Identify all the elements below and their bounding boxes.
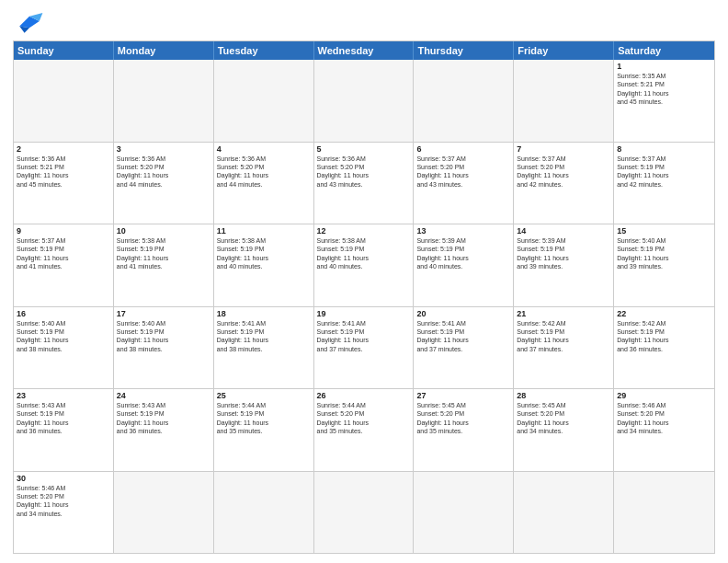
calendar-cell — [314, 472, 415, 554]
day-info: Sunrise: 5:42 AM Sunset: 5:19 PM Dayligh… — [517, 319, 610, 354]
day-info: Sunrise: 5:35 AM Sunset: 5:21 PM Dayligh… — [617, 72, 711, 107]
day-info: Sunrise: 5:37 AM Sunset: 5:19 PM Dayligh… — [17, 236, 110, 271]
day-info: Sunrise: 5:38 AM Sunset: 5:19 PM Dayligh… — [117, 236, 210, 271]
calendar-cell — [314, 60, 415, 142]
day-info: Sunrise: 5:37 AM Sunset: 5:20 PM Dayligh… — [517, 155, 610, 190]
calendar-row-5: 30Sunrise: 5:46 AM Sunset: 5:20 PM Dayli… — [14, 471, 714, 554]
day-number: 17 — [117, 309, 210, 318]
day-number: 9 — [17, 226, 110, 236]
calendar-cell: 4Sunrise: 5:36 AM Sunset: 5:20 PM Daylig… — [214, 143, 314, 224]
day-info: Sunrise: 5:43 AM Sunset: 5:19 PM Dayligh… — [117, 401, 210, 436]
calendar-cell — [114, 60, 214, 142]
weekday-header-sunday: Sunday — [14, 41, 114, 60]
day-number: 5 — [317, 144, 411, 154]
day-info: Sunrise: 5:43 AM Sunset: 5:19 PM Dayligh… — [17, 401, 110, 436]
calendar-cell: 12Sunrise: 5:38 AM Sunset: 5:19 PM Dayli… — [314, 224, 415, 306]
day-number: 24 — [117, 391, 210, 400]
calendar-cell: 19Sunrise: 5:41 AM Sunset: 5:19 PM Dayli… — [314, 307, 415, 389]
day-number: 10 — [117, 226, 210, 236]
day-info: Sunrise: 5:38 AM Sunset: 5:19 PM Dayligh… — [217, 236, 311, 271]
calendar-cell — [614, 472, 714, 554]
calendar-cell — [114, 472, 214, 554]
weekday-header-monday: Monday — [114, 41, 214, 60]
calendar-cell: 9Sunrise: 5:37 AM Sunset: 5:19 PM Daylig… — [14, 224, 114, 306]
calendar-cell — [414, 60, 514, 142]
day-info: Sunrise: 5:40 AM Sunset: 5:19 PM Dayligh… — [617, 236, 711, 271]
calendar-cell — [214, 60, 314, 142]
calendar-header: SundayMondayTuesdayWednesdayThursdayFrid… — [14, 41, 714, 60]
day-number: 14 — [517, 226, 610, 236]
calendar-cell: 2Sunrise: 5:36 AM Sunset: 5:21 PM Daylig… — [14, 143, 114, 224]
weekday-header-tuesday: Tuesday — [214, 41, 314, 60]
calendar-cell: 30Sunrise: 5:46 AM Sunset: 5:20 PM Dayli… — [14, 472, 114, 554]
calendar-cell: 3Sunrise: 5:36 AM Sunset: 5:20 PM Daylig… — [114, 143, 214, 224]
day-number: 16 — [17, 309, 110, 318]
calendar-cell: 23Sunrise: 5:43 AM Sunset: 5:19 PM Dayli… — [14, 389, 114, 471]
calendar-cell: 17Sunrise: 5:40 AM Sunset: 5:19 PM Dayli… — [114, 307, 214, 389]
weekday-header-wednesday: Wednesday — [314, 41, 415, 60]
day-number: 23 — [17, 391, 110, 400]
day-number: 19 — [317, 309, 411, 318]
day-info: Sunrise: 5:46 AM Sunset: 5:20 PM Dayligh… — [17, 484, 110, 519]
day-number: 21 — [517, 309, 610, 318]
day-number: 3 — [117, 144, 210, 154]
day-info: Sunrise: 5:40 AM Sunset: 5:19 PM Dayligh… — [17, 319, 110, 354]
day-info: Sunrise: 5:41 AM Sunset: 5:19 PM Dayligh… — [317, 319, 411, 354]
calendar: SundayMondayTuesdayWednesdayThursdayFrid… — [13, 40, 715, 554]
calendar-cell: 1Sunrise: 5:35 AM Sunset: 5:21 PM Daylig… — [614, 60, 714, 142]
day-number: 13 — [416, 226, 510, 236]
calendar-cell: 14Sunrise: 5:39 AM Sunset: 5:19 PM Dayli… — [514, 224, 614, 306]
calendar-cell: 24Sunrise: 5:43 AM Sunset: 5:19 PM Dayli… — [114, 389, 214, 471]
calendar-row-3: 16Sunrise: 5:40 AM Sunset: 5:19 PM Dayli… — [14, 306, 714, 389]
calendar-cell: 28Sunrise: 5:45 AM Sunset: 5:20 PM Dayli… — [514, 389, 614, 471]
calendar-cell: 8Sunrise: 5:37 AM Sunset: 5:19 PM Daylig… — [614, 143, 714, 224]
day-info: Sunrise: 5:44 AM Sunset: 5:20 PM Dayligh… — [317, 401, 411, 436]
calendar-cell: 25Sunrise: 5:44 AM Sunset: 5:19 PM Dayli… — [214, 389, 314, 471]
calendar-row-2: 9Sunrise: 5:37 AM Sunset: 5:19 PM Daylig… — [14, 224, 714, 306]
day-info: Sunrise: 5:41 AM Sunset: 5:19 PM Dayligh… — [217, 319, 311, 354]
day-number: 29 — [617, 391, 711, 400]
day-number: 11 — [217, 226, 311, 236]
calendar-cell: 11Sunrise: 5:38 AM Sunset: 5:19 PM Dayli… — [214, 224, 314, 306]
day-info: Sunrise: 5:39 AM Sunset: 5:19 PM Dayligh… — [517, 236, 610, 271]
header — [13, 9, 715, 35]
day-number: 4 — [217, 144, 311, 154]
day-info: Sunrise: 5:36 AM Sunset: 5:20 PM Dayligh… — [217, 155, 311, 190]
day-number: 12 — [317, 226, 411, 236]
calendar-cell: 15Sunrise: 5:40 AM Sunset: 5:19 PM Dayli… — [614, 224, 714, 306]
day-info: Sunrise: 5:44 AM Sunset: 5:19 PM Dayligh… — [217, 401, 311, 436]
day-info: Sunrise: 5:40 AM Sunset: 5:19 PM Dayligh… — [117, 319, 210, 354]
day-number: 25 — [217, 391, 311, 400]
calendar-cell: 27Sunrise: 5:45 AM Sunset: 5:20 PM Dayli… — [414, 389, 514, 471]
calendar-row-1: 2Sunrise: 5:36 AM Sunset: 5:21 PM Daylig… — [14, 142, 714, 224]
day-info: Sunrise: 5:37 AM Sunset: 5:19 PM Dayligh… — [617, 155, 711, 190]
calendar-cell: 21Sunrise: 5:42 AM Sunset: 5:19 PM Dayli… — [514, 307, 614, 389]
calendar-row-4: 23Sunrise: 5:43 AM Sunset: 5:19 PM Dayli… — [14, 388, 714, 471]
weekday-header-thursday: Thursday — [414, 41, 514, 60]
day-info: Sunrise: 5:39 AM Sunset: 5:19 PM Dayligh… — [416, 236, 510, 271]
day-number: 28 — [517, 391, 610, 400]
calendar-body: 1Sunrise: 5:35 AM Sunset: 5:21 PM Daylig… — [14, 60, 714, 553]
day-number: 22 — [617, 309, 711, 318]
day-number: 27 — [416, 391, 510, 400]
calendar-cell: 16Sunrise: 5:40 AM Sunset: 5:19 PM Dayli… — [14, 307, 114, 389]
day-number: 2 — [17, 144, 110, 154]
calendar-cell: 20Sunrise: 5:41 AM Sunset: 5:19 PM Dayli… — [414, 307, 514, 389]
day-info: Sunrise: 5:45 AM Sunset: 5:20 PM Dayligh… — [517, 401, 610, 436]
day-info: Sunrise: 5:46 AM Sunset: 5:20 PM Dayligh… — [617, 401, 711, 436]
day-info: Sunrise: 5:36 AM Sunset: 5:21 PM Dayligh… — [17, 155, 110, 190]
logo-icon — [13, 9, 46, 35]
weekday-header-saturday: Saturday — [614, 41, 714, 60]
day-number: 26 — [317, 391, 411, 400]
day-info: Sunrise: 5:42 AM Sunset: 5:19 PM Dayligh… — [617, 319, 711, 354]
calendar-row-0: 1Sunrise: 5:35 AM Sunset: 5:21 PM Daylig… — [14, 60, 714, 142]
calendar-cell: 18Sunrise: 5:41 AM Sunset: 5:19 PM Dayli… — [214, 307, 314, 389]
calendar-cell — [514, 60, 614, 142]
day-number: 7 — [517, 144, 610, 154]
calendar-cell: 5Sunrise: 5:36 AM Sunset: 5:20 PM Daylig… — [314, 143, 415, 224]
calendar-cell — [14, 60, 114, 142]
calendar-cell: 13Sunrise: 5:39 AM Sunset: 5:19 PM Dayli… — [414, 224, 514, 306]
calendar-cell: 26Sunrise: 5:44 AM Sunset: 5:20 PM Dayli… — [314, 389, 415, 471]
day-info: Sunrise: 5:45 AM Sunset: 5:20 PM Dayligh… — [416, 401, 510, 436]
day-number: 18 — [217, 309, 311, 318]
